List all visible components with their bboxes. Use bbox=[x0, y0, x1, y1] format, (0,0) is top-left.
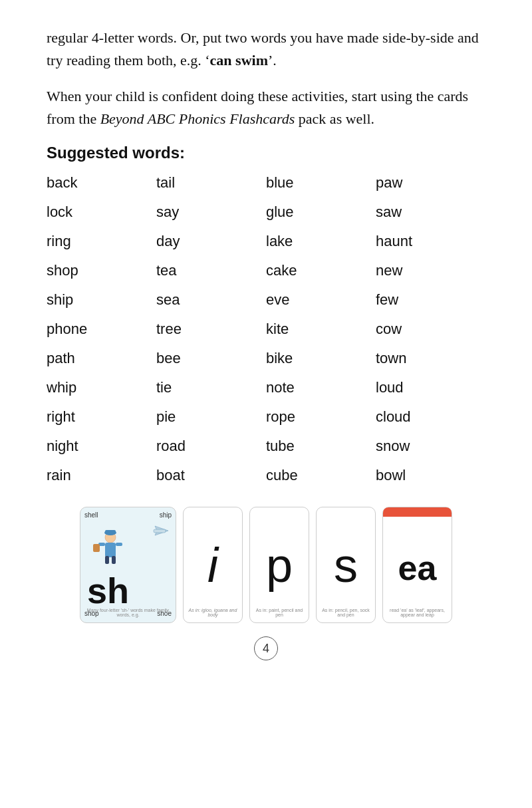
ea-card-subtext: read 'ea' as 'leaf', appears, appear and… bbox=[383, 608, 452, 617]
list-item: new bbox=[376, 259, 485, 282]
list-item: note bbox=[266, 376, 376, 399]
list-item: eve bbox=[266, 289, 376, 311]
list-item: paw bbox=[376, 172, 485, 194]
sh-scene-svg bbox=[85, 523, 172, 571]
list-item: haunt bbox=[376, 230, 485, 253]
sh-illustration bbox=[84, 521, 172, 571]
list-item: cow bbox=[376, 318, 485, 340]
list-item: saw bbox=[376, 201, 485, 223]
page-number: 4 bbox=[254, 636, 278, 660]
ea-flashcard: ea read 'ea' as 'leaf', appears, appear … bbox=[382, 507, 452, 623]
list-item: bike bbox=[266, 347, 376, 370]
list-item: rain bbox=[47, 464, 156, 487]
list-item: blue bbox=[266, 172, 376, 194]
svg-rect-6 bbox=[105, 556, 109, 564]
suggested-words-heading: Suggested words: bbox=[47, 144, 485, 162]
card-sh-top-labels: shell ship bbox=[84, 511, 172, 519]
list-item: path bbox=[47, 347, 156, 370]
list-item: tube bbox=[266, 435, 376, 458]
list-item: say bbox=[156, 201, 266, 223]
i-card-subtext: As in: igloo, iguana and body bbox=[184, 608, 242, 617]
list-item: phone bbox=[47, 318, 156, 340]
list-item: glue bbox=[266, 201, 376, 223]
list-item: cloud bbox=[376, 406, 485, 428]
p-letter: p bbox=[266, 538, 293, 593]
list-item: town bbox=[376, 347, 485, 370]
list-item: boat bbox=[156, 464, 266, 487]
list-item: ship bbox=[47, 289, 156, 311]
list-item: back bbox=[47, 172, 156, 194]
flashcards-section: shell ship bbox=[47, 507, 485, 623]
ea-card-red-top bbox=[383, 507, 452, 517]
list-item: day bbox=[156, 230, 266, 253]
list-item: ring bbox=[47, 230, 156, 253]
list-item: bee bbox=[156, 347, 266, 370]
s-flashcard: s As in: pencil, pen, sock and pen bbox=[316, 507, 376, 623]
list-item: whip bbox=[47, 376, 156, 399]
list-item: loud bbox=[376, 376, 485, 399]
page-content: regular 4-letter words. Or, put two word… bbox=[47, 27, 485, 660]
list-item: cube bbox=[266, 464, 376, 487]
list-item: few bbox=[376, 289, 485, 311]
i-flashcard: i As in: igloo, iguana and body bbox=[183, 507, 243, 623]
svg-rect-9 bbox=[116, 543, 122, 546]
list-item: shop bbox=[47, 259, 156, 282]
page-number-section: 4 bbox=[47, 636, 485, 660]
list-item: tree bbox=[156, 318, 266, 340]
sh-flashcard: shell ship bbox=[80, 507, 176, 623]
intro-paragraph-1: regular 4-letter words. Or, put two word… bbox=[47, 27, 485, 72]
list-item: right bbox=[47, 406, 156, 428]
list-item: lock bbox=[47, 201, 156, 223]
svg-rect-4 bbox=[105, 530, 116, 533]
list-item: road bbox=[156, 435, 266, 458]
list-item: night bbox=[47, 435, 156, 458]
list-item: pie bbox=[156, 406, 266, 428]
word-grid: back tail blue paw lock say glue saw rin… bbox=[47, 172, 485, 487]
list-item: tea bbox=[156, 259, 266, 282]
svg-rect-5 bbox=[105, 543, 116, 557]
list-item: snow bbox=[376, 435, 485, 458]
svg-rect-7 bbox=[112, 556, 116, 564]
list-item: kite bbox=[266, 318, 376, 340]
s-letter: s bbox=[334, 538, 358, 593]
sh-letter-label: sh bbox=[87, 573, 129, 608]
p-card-subtext: As in: paint, pencil and pen bbox=[250, 608, 309, 617]
svg-rect-10 bbox=[93, 544, 100, 552]
list-item: tail bbox=[156, 172, 266, 194]
s-card-subtext: As in: pencil, pen, sock and pen bbox=[317, 608, 375, 617]
list-item: sea bbox=[156, 289, 266, 311]
p-flashcard: p As in: paint, pencil and pen bbox=[249, 507, 309, 623]
list-item: cake bbox=[266, 259, 376, 282]
intro-paragraph-2: When your child is confident doing these… bbox=[47, 85, 485, 130]
list-item: rope bbox=[266, 406, 376, 428]
ea-letters: ea bbox=[398, 548, 437, 588]
list-item: lake bbox=[266, 230, 376, 253]
list-item: tie bbox=[156, 376, 266, 399]
sh-card-subtext: Many four-letter 'sh-' words make family… bbox=[80, 608, 176, 617]
list-item: bowl bbox=[376, 464, 485, 487]
i-letter: i bbox=[207, 538, 218, 593]
svg-rect-1 bbox=[154, 529, 166, 533]
